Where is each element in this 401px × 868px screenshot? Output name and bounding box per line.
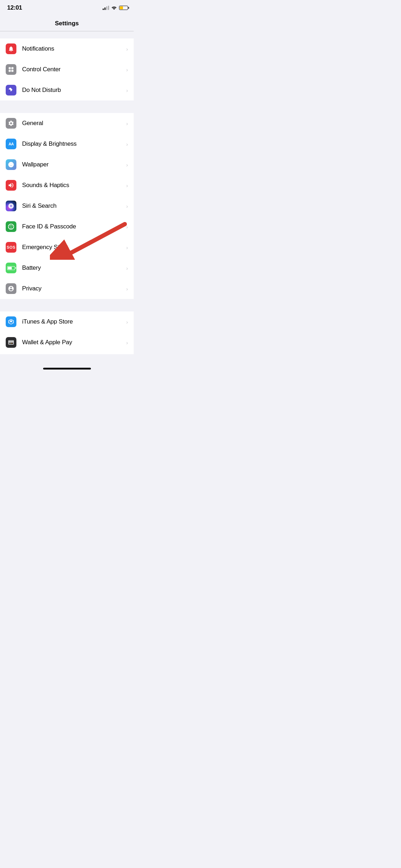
itunes-app-store-chevron: › [126,319,128,325]
general-icon [6,118,16,129]
wallpaper-chevron: › [126,162,128,168]
face-id-passcode-chevron: › [126,224,128,230]
emergency-sos-icon: SOS [6,242,16,253]
section-3: iTunes & App Store › Wallet & Apple Pay … [0,311,134,354]
sounds-haptics-icon [6,180,16,191]
control-center-chevron: › [126,67,128,73]
display-brightness-icon: AA [6,139,16,149]
privacy-icon [6,283,16,294]
settings-row-emergency-sos[interactable]: SOS Emergency SOS › [0,237,134,258]
sounds-haptics-chevron: › [126,182,128,188]
face-id-passcode-label: Face ID & Passcode [22,223,123,230]
face-id-passcode-icon [6,221,16,232]
siri-search-chevron: › [126,203,128,209]
section-gap-2 [0,100,134,113]
section-1: Notifications › Control Center › Do Not … [0,38,134,100]
notifications-label: Notifications [22,45,123,52]
home-indicator [43,368,91,370]
itunes-app-store-label: iTunes & App Store [22,318,123,325]
svg-rect-1 [11,67,14,69]
svg-rect-16 [12,343,12,344]
notifications-icon [6,43,16,54]
status-time: 12:01 [7,4,22,11]
sounds-haptics-label: Sounds & Haptics [22,182,123,189]
section-gap-3 [0,299,134,311]
bottom-gap [0,354,134,365]
wallet-apple-pay-label: Wallet & Apple Pay [22,339,123,346]
siri-search-label: Siri & Search [22,202,123,210]
emergency-sos-label: Emergency SOS [22,244,123,251]
settings-row-privacy[interactable]: Privacy › [0,278,134,299]
svg-rect-15 [11,343,12,344]
itunes-app-store-icon [6,316,16,327]
siri-search-icon [6,201,16,211]
wifi-icon [111,5,117,11]
battery-chevron: › [126,265,128,271]
svg-rect-2 [9,70,11,72]
settings-row-do-not-disturb[interactable]: Do Not Disturb › [0,80,134,100]
privacy-chevron: › [126,286,128,292]
general-label: General [22,120,123,127]
home-indicator-area [0,368,134,376]
do-not-disturb-icon [6,85,16,95]
settings-row-face-id-passcode[interactable]: Face ID & Passcode › [0,216,134,237]
settings-row-general[interactable]: General › [0,113,134,134]
emergency-sos-chevron: › [126,244,128,250]
status-icons [103,5,128,11]
settings-row-control-center[interactable]: Control Center › [0,59,134,80]
settings-row-wallpaper[interactable]: Wallpaper › [0,154,134,175]
general-chevron: › [126,120,128,126]
battery-status-icon [119,6,128,10]
svg-rect-0 [9,67,11,69]
display-brightness-chevron: › [126,141,128,147]
section-gap-1 [0,31,134,38]
settings-row-notifications[interactable]: Notifications › [0,38,134,59]
wallet-apple-pay-icon [6,337,16,348]
control-center-label: Control Center [22,66,123,73]
svg-rect-3 [11,70,14,72]
settings-row-battery[interactable]: Battery › [0,258,134,278]
wallet-apple-pay-chevron: › [126,340,128,346]
do-not-disturb-chevron: › [126,87,128,93]
control-center-icon [6,64,16,75]
battery-icon [6,263,16,273]
wallpaper-icon [6,159,16,170]
settings-row-siri-search[interactable]: Siri & Search › [0,196,134,216]
navigation-bar: Settings [0,16,134,31]
page-title: Settings [55,20,79,27]
do-not-disturb-label: Do Not Disturb [22,87,123,94]
notifications-chevron: › [126,46,128,52]
section-2: General › AA Display & Brightness › Wall… [0,113,134,299]
svg-rect-14 [10,343,11,344]
battery-label: Battery [22,264,123,272]
settings-row-wallet-apple-pay[interactable]: Wallet & Apple Pay › [0,332,134,353]
wallpaper-label: Wallpaper [22,161,123,168]
settings-row-sounds-haptics[interactable]: Sounds & Haptics › [0,175,134,196]
status-bar: 12:01 [0,0,134,16]
settings-row-display-brightness[interactable]: AA Display & Brightness › [0,134,134,154]
settings-row-itunes-app-store[interactable]: iTunes & App Store › [0,311,134,332]
privacy-label: Privacy [22,285,123,292]
display-brightness-label: Display & Brightness [22,140,123,148]
signal-bars-icon [103,6,109,10]
